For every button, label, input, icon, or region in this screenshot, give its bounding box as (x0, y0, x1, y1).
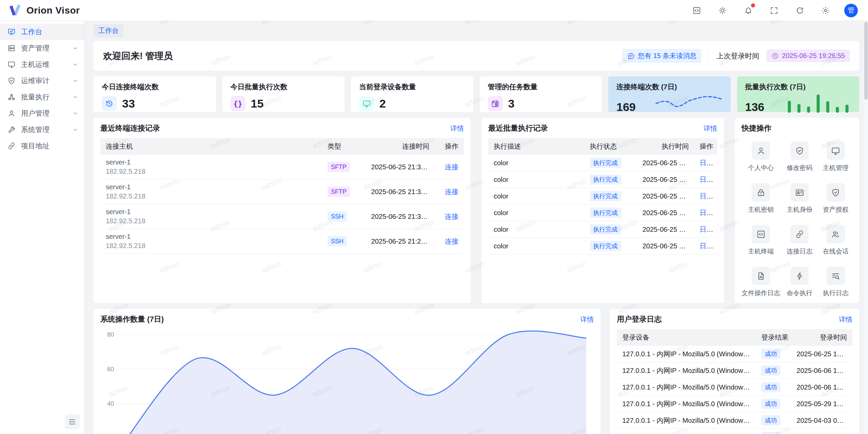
quick-action-主机身份[interactable]: 主机身份 (783, 183, 816, 214)
quick-action-在线会话[interactable]: 在线会话 (819, 225, 853, 256)
login-logs-table: 登录设备登录结果登录时间 127.0.0.1 - 内网IP - Mozilla/… (617, 329, 852, 434)
quick-action-执行日志[interactable]: 执行日志 (819, 267, 853, 298)
sidebar-item-ops-audit[interactable]: 运维审计 (0, 73, 84, 89)
menu-fold-icon (68, 418, 76, 426)
chevron-down-icon (72, 61, 78, 68)
login-log-row: 127.0.0.1 - 内网IP - Mozilla/5.0 (Windows … (617, 346, 852, 362)
quick-action-label: 资产授权 (823, 205, 849, 214)
history-icon (105, 99, 114, 108)
refresh-button[interactable] (793, 3, 807, 18)
sidebar-item-system-management[interactable]: 系统管理 (0, 121, 84, 138)
host-name: server-1 (106, 207, 317, 216)
connect-link[interactable]: 连接 (445, 163, 458, 171)
log-link[interactable]: 日志 (700, 209, 713, 216)
exec-records-detail-link[interactable]: 详情 (704, 124, 717, 133)
quick-action-命令执行[interactable]: 命令执行 (783, 267, 816, 298)
quick-action-label: 文件操作日志 (742, 289, 780, 298)
sidebar-item-label: 用户管理 (21, 109, 67, 118)
quick-action-文件操作日志[interactable]: 文件操作日志 (742, 267, 780, 298)
chart-detail-link[interactable]: 详情 (580, 315, 594, 324)
codeBox-icon (756, 230, 766, 239)
execution-time: 2025-06-25 21:51:01 (637, 205, 694, 221)
chevron-down-icon (72, 127, 78, 133)
scrollbar-thumb[interactable] (864, 22, 868, 100)
execution-description: color (488, 205, 585, 221)
column-header: 连接主机 (100, 138, 322, 155)
log-link[interactable]: 日志 (700, 192, 713, 200)
connect-link[interactable]: 连接 (445, 213, 458, 220)
batch-execution-row: color 执行完成 2025-06-25 21:51:17 日志 (488, 188, 717, 205)
stat-value: 15 (251, 97, 264, 110)
execution-time: 2025-06-25 21:50:10 (637, 238, 694, 254)
panel-title: 系统操作数量 (7日) (100, 314, 164, 324)
collapse-sidebar-button[interactable] (65, 414, 80, 429)
last-login-time-badge: 2025-06-25 19:26:55 (767, 50, 850, 62)
sidebar-item-user-management[interactable]: 用户管理 (0, 105, 84, 121)
quick-action-icon-box (827, 141, 845, 160)
stat-label: 当前登录设备数量 (359, 82, 465, 92)
sidebar-item-batch-execution[interactable]: 批量执行 (0, 89, 84, 105)
sidebar-item-asset-management[interactable]: 资产管理 (0, 40, 84, 56)
login-logs-detail-link[interactable]: 详情 (839, 315, 852, 324)
breadcrumb[interactable]: 工作台 (94, 24, 123, 37)
shieldCheck-icon (795, 146, 804, 155)
quick-action-资产授权[interactable]: 资产授权 (819, 183, 853, 214)
stat-label: 今日批量执行次数 (231, 82, 337, 92)
quick-action-label: 主机终端 (748, 247, 774, 256)
login-device: 127.0.0.1 - 内网IP - Mozilla/5.0 (Windows … (617, 412, 756, 429)
execution-time: 2025-06-25 21:50:42 (637, 221, 694, 238)
log-link[interactable]: 日志 (700, 226, 713, 233)
log-link[interactable]: 日志 (700, 242, 713, 250)
quick-action-label: 命令执行 (787, 289, 812, 298)
connection-type-tag: SFTP (328, 187, 350, 197)
stat-icon-box (102, 96, 117, 111)
column-header: 操作 (694, 138, 717, 155)
quick-action-label: 修改密码 (787, 164, 812, 172)
message-icon (627, 52, 635, 60)
unread-messages-badge[interactable]: 您有 15 条未读消息 (623, 49, 701, 63)
quick-action-主机终端[interactable]: 主机终端 (742, 225, 780, 256)
theme-toggle-button[interactable] (715, 3, 730, 18)
quick-action-icon-box (790, 225, 809, 243)
quick-action-icon-box (827, 183, 845, 202)
settings-button[interactable] (818, 3, 833, 18)
divider (709, 51, 709, 61)
quick-action-icon-box (752, 141, 770, 160)
sidebar-item-project-url[interactable]: 项目地址 (0, 138, 84, 154)
stat-card-1: 今日批量执行次数 {} 15 (222, 76, 345, 112)
system-operations-chart-card: 系统操作数量 (7日) 详情 0204060802025-06-192025-0… (94, 309, 600, 434)
quick-action-主机管理[interactable]: 主机管理 (819, 141, 853, 172)
fullscreen-button[interactable] (767, 3, 781, 18)
log-link[interactable]: 日志 (700, 159, 713, 167)
column-header: 登录时间 (791, 329, 852, 346)
unread-messages-text: 您有 15 条未读消息 (638, 51, 696, 60)
notifications-button[interactable] (741, 3, 755, 18)
api-docs-button[interactable] (690, 3, 704, 18)
execution-status-tag: 执行完成 (590, 158, 621, 168)
quick-action-个人中心[interactable]: 个人中心 (742, 141, 780, 172)
quick-action-主机密钥[interactable]: 主机密钥 (742, 183, 780, 214)
connection-time: 2025-06-25 21:29:00 (366, 229, 435, 254)
sidebar-item-host-ops[interactable]: 主机运维 (0, 56, 84, 73)
execution-description: color (488, 238, 585, 254)
spark-label: 批量执行次数 (7日) (745, 82, 851, 92)
quick-action-连接日志[interactable]: 连接日志 (783, 225, 816, 256)
log-link[interactable]: 日志 (700, 176, 713, 183)
quick-action-修改密码[interactable]: 修改密码 (783, 141, 816, 172)
connect-link[interactable]: 连接 (445, 188, 458, 195)
quick-action-label: 主机身份 (787, 205, 812, 214)
column-header: 连接时间 (366, 138, 435, 155)
sidebar-item-workbench[interactable]: 工作台 (0, 24, 84, 40)
terminal-records-detail-link[interactable]: 详情 (450, 124, 464, 133)
spark-card-terminal-connections-7d: 连接终端次数 (7日) 169 (608, 76, 731, 112)
welcome-card: 欢迎回来! 管理员 您有 15 条未读消息 上次登录时间 2025-06-25 … (94, 41, 859, 71)
vertical-scrollbar[interactable] (864, 21, 868, 434)
connect-link[interactable]: 连接 (445, 238, 458, 245)
login-log-row: 127.0.0.1 - 内网IP - Mozilla/5.0 (Windows … (617, 362, 852, 379)
last-login-label: 上次登录时间 (716, 51, 759, 61)
gear-icon (821, 6, 830, 15)
spark-label: 连接终端次数 (7日) (616, 82, 723, 92)
avatar[interactable]: 管 (844, 4, 858, 17)
users-icon (831, 230, 840, 239)
sun-icon (718, 6, 727, 15)
